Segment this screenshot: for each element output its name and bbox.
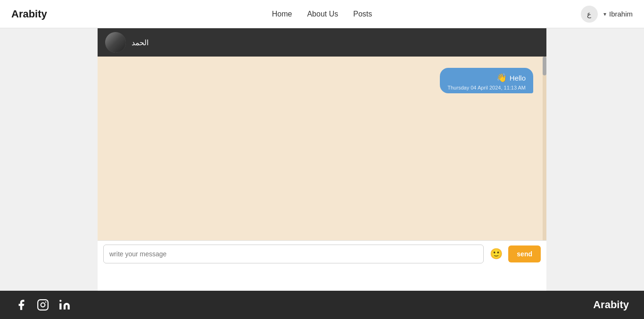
avatar-image xyxy=(105,32,126,53)
svg-point-1 xyxy=(41,303,45,307)
linkedin-icon[interactable] xyxy=(58,299,71,311)
chat-messages: 👋 Hello Thursday 04 April 2024, 11:13 AM xyxy=(98,57,546,240)
send-button[interactable]: send xyxy=(508,245,541,262)
navbar: Arabity Home About Us Posts ع ▾ Ibrahim xyxy=(0,0,644,28)
nav-home[interactable]: Home xyxy=(272,10,292,18)
message-bubble: 👋 Hello Thursday 04 April 2024, 11:13 AM xyxy=(440,68,533,93)
instagram-icon[interactable] xyxy=(37,299,49,311)
emoji-button[interactable]: 🙂 xyxy=(487,245,504,262)
footer: Arabity xyxy=(0,291,644,319)
navbar-right: ع ▾ Ibrahim xyxy=(581,6,633,23)
contact-name: الحمد xyxy=(132,38,149,47)
footer-brand: Arabity xyxy=(593,299,629,311)
svg-point-4 xyxy=(59,300,61,302)
chat-container: الحمد 👋 Hello Thursday 04 April 2024, 11… xyxy=(98,28,546,291)
nav-links: Home About Us Posts xyxy=(272,10,372,18)
avatar xyxy=(105,32,126,53)
facebook-icon[interactable] xyxy=(15,299,27,311)
main-content: الحمد 👋 Hello Thursday 04 April 2024, 11… xyxy=(0,28,644,291)
user-dropdown[interactable]: ▾ Ibrahim xyxy=(603,10,633,18)
message-time: Thursday 04 April 2024, 11:13 AM xyxy=(447,85,526,90)
footer-icons xyxy=(15,299,71,311)
nav-about[interactable]: About Us xyxy=(307,10,338,18)
chat-header: الحمد xyxy=(98,28,546,57)
chevron-down-icon: ▾ xyxy=(603,11,606,17)
scrollbar-thumb[interactable] xyxy=(543,57,546,75)
message-input[interactable] xyxy=(103,245,484,263)
brand-logo: Arabity xyxy=(11,8,47,20)
svg-point-2 xyxy=(45,302,47,303)
chat-input-area: 🙂 send xyxy=(98,240,546,267)
svg-rect-0 xyxy=(38,300,48,310)
svg-rect-3 xyxy=(59,303,61,310)
message-emoji: 👋 xyxy=(496,73,507,83)
language-button[interactable]: ع xyxy=(581,6,598,23)
message-text: 👋 Hello xyxy=(447,73,526,83)
message-content: Hello xyxy=(510,74,526,82)
scrollbar-track[interactable] xyxy=(543,57,546,240)
username-label: Ibrahim xyxy=(609,10,633,18)
nav-posts[interactable]: Posts xyxy=(353,10,372,18)
